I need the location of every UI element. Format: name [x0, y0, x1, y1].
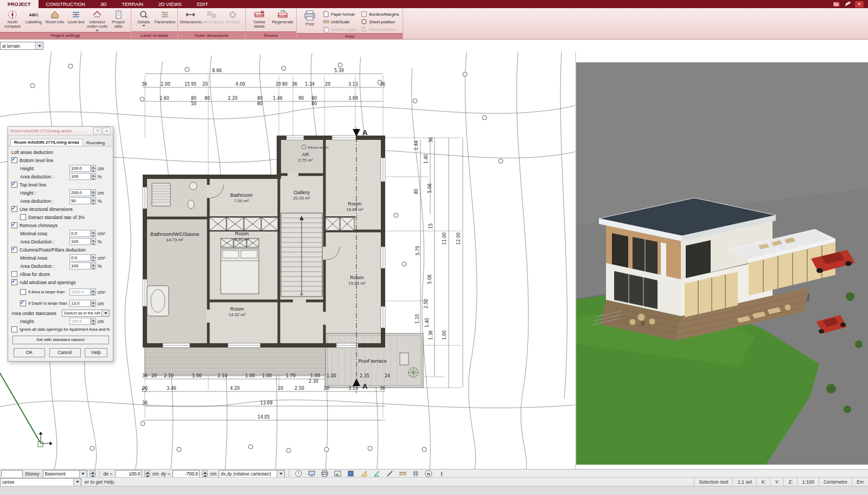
coordinate-mode-select[interactable]: dx,dy (relative cartesian) [219, 470, 285, 478]
stepper[interactable] [91, 262, 96, 269]
dimension-label: 80 [191, 96, 196, 101]
menu-tab-construction[interactable]: CONSTRUCTION [39, 0, 93, 8]
dimension-label: 20 [324, 386, 329, 391]
stepper[interactable] [91, 254, 96, 261]
dy-input[interactable] [173, 470, 200, 478]
menu-tab-project[interactable]: PROJECT [0, 0, 39, 8]
stepper[interactable] [91, 197, 96, 204]
if-depth-input[interactable] [69, 300, 91, 307]
project-data-button[interactable]: Project data [108, 9, 129, 30]
dimension-label: 36 [142, 82, 147, 87]
stepper[interactable] [91, 238, 96, 245]
if-area-input[interactable] [69, 288, 91, 295]
remove-chimneys-checkbox[interactable] [11, 222, 17, 228]
level-line-button[interactable]: Level line [66, 9, 86, 25]
bottom-area-input[interactable] [69, 173, 91, 180]
top-area-input[interactable] [69, 197, 91, 204]
room-area-label: 8.80 m² [234, 237, 249, 242]
stepper[interactable] [91, 189, 96, 196]
dialog-close-icon[interactable]: × [103, 127, 111, 134]
if-depth-larger-checkbox[interactable] [20, 300, 26, 306]
delete-labels-button[interactable]: ROOMS Delete labels [248, 9, 271, 30]
columns-area-deduction-input[interactable] [69, 262, 91, 269]
split-ungroup-button[interactable]: Split/Ungroup [201, 9, 222, 25]
parameters-button[interactable]: Parameters [155, 9, 175, 25]
storey-stepper[interactable] [90, 470, 95, 478]
dimension-label: 20 [278, 386, 283, 391]
add-windows-checkbox[interactable] [11, 279, 17, 285]
close-icon[interactable]: × [855, 1, 864, 8]
menu-tab-2d-views[interactable]: 2D VIEWS [151, 0, 189, 8]
dimension-label: 1.70 [286, 374, 296, 378]
menu-tab-edit[interactable]: EDIT [189, 0, 216, 8]
labelling-button[interactable]: ABC Labelling [23, 9, 44, 25]
reset-position-button[interactable]: Reset position [359, 25, 400, 33]
chimney-area-deduction-input[interactable] [69, 238, 91, 245]
multiple-pages-button[interactable]: Multiple pages [321, 25, 359, 33]
allow-doors-checkbox[interactable] [11, 271, 17, 277]
stepper[interactable] [91, 288, 96, 295]
stepper[interactable] [91, 300, 96, 307]
print-button[interactable]: Print [299, 9, 321, 27]
chevron-down-icon [95, 30, 99, 31]
set-standard-values-button[interactable]: Set with standard values! [12, 336, 109, 344]
dimension-label: 20 [276, 82, 281, 87]
ok-button[interactable]: OK [14, 348, 45, 357]
intersect-under-roofs-button[interactable]: Intersect under roofs [87, 9, 107, 32]
bottom-level-line-checkbox[interactable] [11, 157, 17, 163]
view-select[interactable]: uesse [0, 478, 81, 486]
stepper[interactable] [91, 165, 96, 172]
tab-room-info[interactable]: Room info/DIN 277/Living areas [10, 139, 83, 146]
paint-icon[interactable] [832, 1, 840, 7]
paper-format-button[interactable]: Paper format [321, 10, 359, 18]
menu-tab-terrain[interactable]: TERRAIN [114, 0, 151, 8]
detract-rate-checkbox[interactable] [20, 214, 26, 220]
staircase-area-select[interactable]: Deduct as in the loft stor [62, 310, 110, 317]
toolbar-left-input[interactable] [1, 470, 23, 478]
top-height-input[interactable] [69, 189, 91, 196]
dimension-label: 14.05 [258, 415, 270, 420]
north-compass-button[interactable]: North compass [2, 9, 23, 30]
stepper[interactable] [91, 173, 96, 180]
stepper[interactable] [91, 318, 96, 325]
room-info-button[interactable]: Room Info [44, 9, 65, 25]
dx-input[interactable] [115, 470, 142, 478]
pencil-icon[interactable] [844, 1, 851, 7]
columns-deduction-checkbox[interactable] [11, 247, 17, 253]
dialog-title: Room info/DIN 277/Living areas [10, 128, 92, 133]
if-area-larger-checkbox[interactable] [20, 289, 26, 295]
stepper[interactable] [91, 230, 96, 237]
top-level-line-checkbox[interactable] [11, 182, 17, 188]
dialog-titlebar[interactable]: Room info/DIN 277/Living areas ? × [8, 127, 113, 136]
regenerate-button[interactable]: ROOMS Regenerate [271, 9, 294, 25]
dimension-label: 3.46 [167, 386, 176, 391]
use-structural-checkbox[interactable] [11, 206, 17, 212]
staircase-height-input[interactable] [69, 318, 91, 325]
room-label: Bathroom [230, 192, 252, 198]
dialog-help-icon[interactable]: ? [93, 127, 101, 134]
ignore-slab-openings-checkbox[interactable] [11, 326, 17, 332]
columns-min-area-input[interactable] [69, 254, 91, 261]
dimensions-button[interactable]: Dimensions [180, 9, 201, 25]
3d-viewport[interactable] [576, 62, 868, 465]
wardrobe-hatch [152, 183, 170, 206]
unit-scale-button[interactable]: Unit/Scale [321, 18, 359, 25]
magnifier-icon [139, 10, 149, 20]
sheet-position-button[interactable]: Sheet position [359, 18, 400, 25]
help-button[interactable]: Help [85, 348, 107, 357]
cancel-button[interactable]: Cancel [49, 348, 81, 357]
bottom-filler [0, 486, 868, 495]
details-button[interactable]: Details [133, 9, 154, 27]
storey-select[interactable]: Basement [43, 470, 87, 478]
terrain-select[interactable]: al terrain [0, 42, 43, 50]
dimension-label: 20 [142, 386, 148, 391]
dy-stepper[interactable] [202, 470, 208, 478]
dx-stepper[interactable] [144, 470, 150, 478]
menu-tab-3d[interactable]: 3D [93, 0, 114, 8]
borders-margins-button[interactable]: Borders/Margins [359, 10, 400, 18]
tab-rounding[interactable]: Rounding [83, 140, 108, 146]
dimension-label: 20 [325, 82, 330, 87]
chimney-min-area-input[interactable] [69, 230, 91, 237]
bottom-height-input[interactable] [69, 165, 91, 172]
settings-button[interactable]: Settings [222, 9, 243, 25]
